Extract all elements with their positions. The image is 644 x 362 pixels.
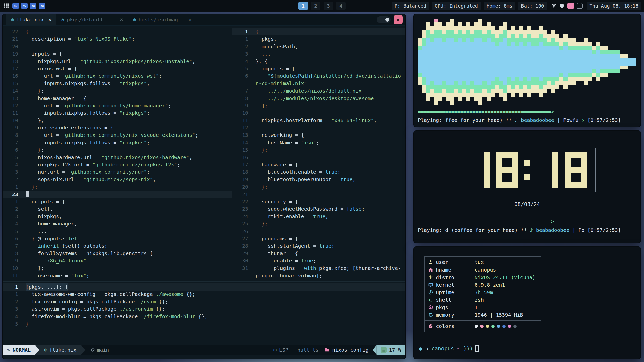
- line-text: tux-awesome-wm-config = pkgs.callPackage…: [26, 291, 195, 298]
- window-close-button[interactable]: ×: [394, 15, 403, 24]
- line-text: programs = {: [256, 235, 298, 242]
- line-text: nixpkgs,: [26, 213, 62, 220]
- pane-pkgs[interactable]: 1{pkgs, ...}: {1 tux-awesome-wm-config =…: [3, 282, 405, 346]
- systray-icon[interactable]: [577, 3, 583, 9]
- line-number: 12: [232, 124, 248, 131]
- powerline-separator: [81, 345, 85, 355]
- line-number: 8: [232, 95, 248, 102]
- tab-close-icon[interactable]: ×: [48, 17, 52, 23]
- toggle-switch[interactable]: [377, 16, 391, 23]
- app-icon-2[interactable]: sw: [21, 3, 28, 9]
- tab-close-icon[interactable]: ×: [120, 17, 123, 23]
- memory-icon: [428, 313, 433, 317]
- line-text: sudo.wheelNeedsPassword = false;: [256, 205, 365, 213]
- tab-label: hosts/isoImag..: [139, 17, 184, 23]
- color-dot: [475, 325, 478, 328]
- tag-3[interactable]: 3: [324, 2, 333, 10]
- line-number: 13: [232, 131, 248, 139]
- line-number: 7: [3, 139, 18, 146]
- topbar-clock[interactable]: Thu Aug 08, 18:18: [587, 2, 641, 10]
- grid-icon[interactable]: [4, 3, 9, 9]
- shield-icon[interactable]: [559, 3, 565, 8]
- line-number: 5: [3, 228, 18, 235]
- code-line: 13 home-manager = {: [3, 95, 232, 102]
- line-number: 19: [232, 176, 248, 183]
- fetch-label-cell: pkgs: [425, 304, 469, 311]
- line-number: 4: [232, 58, 248, 65]
- app-icon-4[interactable]: sw: [39, 3, 45, 9]
- fetch-label: shell: [436, 297, 451, 303]
- line-text: networking = {: [256, 131, 304, 139]
- code-line: 20: [3, 43, 232, 50]
- audio-visualizer: [418, 18, 636, 106]
- line-text: };: [26, 146, 44, 154]
- code-line: 23: [3, 191, 232, 198]
- code-line: 7 ../../modules/nixos/default.nix: [232, 87, 405, 95]
- powerline-separator: [373, 345, 377, 355]
- tag-2[interactable]: 2: [311, 2, 320, 10]
- pane-flake[interactable]: 22{21 description = "tux's NixOS Flake";…: [3, 26, 232, 281]
- app-icon-3[interactable]: sw: [30, 3, 36, 9]
- code-line: 22 security = {: [232, 198, 405, 205]
- line-number: 11: [3, 109, 18, 117]
- tab-label: pkgs/default ...: [67, 17, 115, 23]
- line-number: 1: [232, 35, 248, 43]
- line-number: 2: [3, 298, 18, 305]
- code-line: 14 };: [3, 87, 232, 95]
- code-line: 18 bluetooth.enable = true;: [232, 168, 405, 176]
- lines-icon: ≡: [381, 347, 387, 353]
- terminal-cursor: [475, 345, 479, 352]
- gear-icon: ⚙: [273, 347, 277, 353]
- status-power-profile: P: Balanced: [392, 2, 429, 10]
- pane-hosts[interactable]: 1{1 pkgs,2 modulesPath,3 ...4}: {5 impor…: [232, 26, 405, 281]
- code-line: 3 nixpkgs,: [3, 213, 232, 220]
- tab-2[interactable]: ❄pkgs/default ...×: [56, 14, 128, 25]
- code-line: 8 forAllSystems = nixpkgs.lib.genAttrs [: [3, 250, 232, 257]
- tab-1[interactable]: ❄flake.nix×: [6, 14, 56, 25]
- line-number: 5: [232, 65, 248, 72]
- clock-window: 08/08/24 ===============================…: [413, 130, 641, 243]
- tab-label: flake.nix: [16, 17, 44, 23]
- code-line: 1 pkgs,: [232, 35, 405, 43]
- code-line: 2 tux-nvim-config = pkgs.callPackage ./n…: [3, 298, 405, 305]
- line-text: forAllSystems = nixpkgs.lib.genAttrs [: [26, 250, 153, 257]
- statusline-right: ⚙ LSP ~ null-ls nixos-config ≡ 17 %: [273, 345, 405, 355]
- line-number: 5: [3, 320, 18, 328]
- mode-indicator: ✎ NORMAL: [3, 345, 35, 355]
- line-text: }: {: [256, 58, 268, 65]
- prompt-segment: ))): [463, 346, 473, 352]
- line-number: 5: [3, 154, 18, 161]
- text-segment: Playing: d (coffee for your head) **: [418, 227, 530, 233]
- line-text: url = "github:nix-community/nixos-wsl";: [26, 72, 162, 80]
- line-number: 4: [3, 220, 18, 228]
- code-line: 6 };: [3, 146, 232, 154]
- line-text: nixos-hardware.url = "github:nixos/nixos…: [26, 154, 192, 161]
- tab-close-icon[interactable]: ×: [188, 17, 192, 23]
- line-text: {pkgs, ...}: {: [26, 283, 68, 291]
- fetch-row-shell: shellzsh: [425, 296, 541, 304]
- app-icon-1[interactable]: sw: [12, 3, 19, 9]
- line-number: 10: [3, 265, 18, 272]
- code-line: 27 programs = {: [232, 235, 405, 242]
- line-number: 7: [232, 87, 248, 95]
- tag-list: 1234: [298, 2, 346, 10]
- fetch-label-cell: user: [425, 258, 469, 266]
- wifi-icon[interactable]: [551, 3, 557, 9]
- clock-digit-8: [496, 152, 518, 188]
- tag-4[interactable]: 4: [336, 2, 346, 10]
- project-name: nixos-config: [332, 347, 369, 353]
- text-cursor: [26, 191, 29, 197]
- line-number: 16: [3, 72, 18, 80]
- tag-1[interactable]: 1: [298, 2, 308, 10]
- fetch-value: 1946 | 15394 MiB: [469, 311, 529, 319]
- shell-prompt[interactable]: ● → canopus ~ ))): [419, 345, 636, 352]
- color-swatch-icon[interactable]: [567, 3, 574, 9]
- line-number: 17: [232, 161, 248, 168]
- tab-3[interactable]: ❄hosts/isoImag..×: [128, 14, 197, 25]
- code-line: 6 } @ inputs: let: [3, 235, 232, 242]
- branch-icon: [90, 347, 95, 352]
- fetch-label-cell: kernel: [425, 281, 469, 289]
- text-segment: Powfu: [563, 117, 578, 123]
- line-text: self,: [26, 205, 53, 213]
- line-text: nix-vscode-extensions = {: [26, 124, 113, 131]
